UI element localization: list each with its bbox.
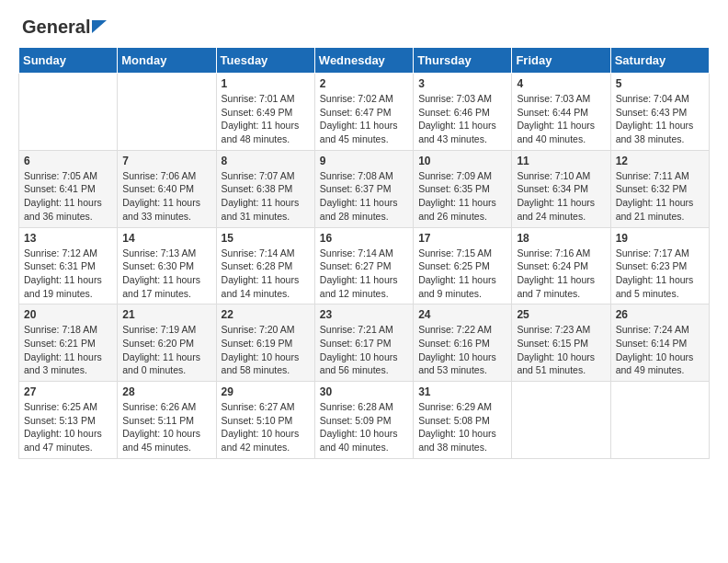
cell-content: Sunrise: 7:05 AMSunset: 6:41 PMDaylight:… [24, 169, 112, 224]
cell-content: Sunrise: 7:20 AMSunset: 6:19 PMDaylight:… [222, 323, 310, 377]
day-number: 4 [517, 77, 605, 90]
day-number: 23 [320, 308, 408, 321]
day-number: 21 [122, 308, 210, 321]
calendar-cell: 23Sunrise: 7:21 AMSunset: 6:17 PMDayligh… [314, 304, 413, 382]
cell-content: Sunrise: 7:17 AMSunset: 6:23 PMDaylight:… [616, 247, 704, 301]
day-header-sunday: Sunday [19, 48, 118, 74]
day-number: 26 [616, 308, 704, 321]
cell-content: Sunrise: 6:27 AMSunset: 5:10 PMDaylight:… [222, 400, 310, 454]
calendar-cell: 12Sunrise: 7:11 AMSunset: 6:32 PMDayligh… [610, 150, 709, 227]
svg-marker-0 [92, 20, 107, 33]
day-number: 20 [24, 308, 112, 321]
day-number: 15 [222, 232, 310, 245]
cell-content: Sunrise: 7:11 AMSunset: 6:32 PMDaylight:… [616, 169, 704, 224]
logo: General [22, 17, 107, 38]
day-header-tuesday: Tuesday [216, 48, 314, 74]
calendar-week-1: 6Sunrise: 7:05 AMSunset: 6:41 PMDaylight… [19, 150, 710, 227]
day-header-saturday: Saturday [610, 48, 709, 74]
calendar-cell: 16Sunrise: 7:14 AMSunset: 6:27 PMDayligh… [314, 227, 413, 304]
calendar-cell: 8Sunrise: 7:07 AMSunset: 6:38 PMDaylight… [216, 150, 314, 227]
calendar-cell: 27Sunrise: 6:25 AMSunset: 5:13 PMDayligh… [19, 382, 118, 459]
day-number: 30 [320, 385, 408, 398]
cell-content: Sunrise: 6:29 AMSunset: 5:08 PMDaylight:… [418, 400, 506, 454]
cell-content: Sunrise: 6:26 AMSunset: 5:11 PMDaylight:… [122, 400, 210, 454]
day-number: 1 [222, 77, 310, 90]
calendar-cell: 20Sunrise: 7:18 AMSunset: 6:21 PMDayligh… [19, 304, 118, 382]
day-number: 8 [222, 155, 310, 167]
calendar-week-3: 20Sunrise: 7:18 AMSunset: 6:21 PMDayligh… [19, 304, 710, 382]
calendar-cell: 24Sunrise: 7:22 AMSunset: 6:16 PMDayligh… [414, 304, 512, 382]
cell-content: Sunrise: 7:02 AMSunset: 6:47 PMDaylight:… [320, 92, 408, 146]
calendar-cell: 31Sunrise: 6:29 AMSunset: 5:08 PMDayligh… [414, 382, 512, 459]
cell-content: Sunrise: 7:06 AMSunset: 6:40 PMDaylight:… [122, 169, 210, 224]
day-number: 2 [320, 77, 408, 90]
calendar-cell: 15Sunrise: 7:14 AMSunset: 6:28 PMDayligh… [216, 227, 314, 304]
calendar-cell [610, 382, 709, 459]
day-number: 17 [418, 232, 506, 245]
day-number: 10 [418, 155, 506, 167]
day-header-friday: Friday [512, 48, 610, 74]
calendar-cell [19, 74, 118, 151]
cell-content: Sunrise: 7:21 AMSunset: 6:17 PMDaylight:… [320, 323, 408, 377]
cell-content: Sunrise: 7:01 AMSunset: 6:49 PMDaylight:… [222, 92, 310, 146]
calendar-cell: 9Sunrise: 7:08 AMSunset: 6:37 PMDaylight… [314, 150, 413, 227]
cell-content: Sunrise: 7:16 AMSunset: 6:24 PMDaylight:… [517, 247, 605, 301]
day-number: 29 [222, 385, 310, 398]
calendar-cell: 19Sunrise: 7:17 AMSunset: 6:23 PMDayligh… [610, 227, 709, 304]
calendar-cell: 18Sunrise: 7:16 AMSunset: 6:24 PMDayligh… [512, 227, 610, 304]
day-number: 16 [320, 232, 408, 245]
calendar-cell: 13Sunrise: 7:12 AMSunset: 6:31 PMDayligh… [19, 227, 118, 304]
calendar-cell: 4Sunrise: 7:03 AMSunset: 6:44 PMDaylight… [512, 74, 610, 151]
day-number: 12 [616, 155, 704, 167]
cell-content: Sunrise: 7:18 AMSunset: 6:21 PMDaylight:… [24, 323, 112, 377]
day-number: 13 [24, 232, 112, 245]
calendar-cell: 28Sunrise: 6:26 AMSunset: 5:11 PMDayligh… [118, 382, 216, 459]
cell-content: Sunrise: 6:25 AMSunset: 5:13 PMDaylight:… [24, 400, 112, 454]
day-header-wednesday: Wednesday [314, 48, 413, 74]
cell-content: Sunrise: 7:23 AMSunset: 6:15 PMDaylight:… [517, 323, 605, 377]
cell-content: Sunrise: 7:07 AMSunset: 6:38 PMDaylight:… [222, 169, 310, 224]
calendar-week-4: 27Sunrise: 6:25 AMSunset: 5:13 PMDayligh… [19, 382, 710, 459]
day-number: 3 [418, 77, 506, 90]
cell-content: Sunrise: 7:13 AMSunset: 6:30 PMDaylight:… [122, 247, 210, 301]
cell-content: Sunrise: 7:12 AMSunset: 6:31 PMDaylight:… [24, 247, 112, 301]
cell-content: Sunrise: 7:24 AMSunset: 6:14 PMDaylight:… [616, 323, 704, 377]
calendar-cell: 6Sunrise: 7:05 AMSunset: 6:41 PMDaylight… [19, 150, 118, 227]
cell-content: Sunrise: 7:14 AMSunset: 6:27 PMDaylight:… [320, 247, 408, 301]
calendar-cell: 29Sunrise: 6:27 AMSunset: 5:10 PMDayligh… [216, 382, 314, 459]
cell-content: Sunrise: 6:28 AMSunset: 5:09 PMDaylight:… [320, 400, 408, 454]
day-number: 19 [616, 232, 704, 245]
day-number: 6 [24, 155, 112, 167]
day-number: 24 [418, 308, 506, 321]
day-header-thursday: Thursday [414, 48, 512, 74]
day-number: 31 [418, 385, 506, 398]
cell-content: Sunrise: 7:19 AMSunset: 6:20 PMDaylight:… [122, 323, 210, 377]
calendar-week-0: 1Sunrise: 7:01 AMSunset: 6:49 PMDaylight… [19, 74, 710, 151]
calendar-cell: 14Sunrise: 7:13 AMSunset: 6:30 PMDayligh… [118, 227, 216, 304]
calendar-cell: 11Sunrise: 7:10 AMSunset: 6:34 PMDayligh… [512, 150, 610, 227]
calendar-week-2: 13Sunrise: 7:12 AMSunset: 6:31 PMDayligh… [19, 227, 710, 304]
cell-content: Sunrise: 7:03 AMSunset: 6:44 PMDaylight:… [517, 92, 605, 146]
calendar-cell: 3Sunrise: 7:03 AMSunset: 6:46 PMDaylight… [414, 74, 512, 151]
day-number: 7 [122, 155, 210, 167]
cell-content: Sunrise: 7:03 AMSunset: 6:46 PMDaylight:… [418, 92, 506, 146]
calendar-wrap: SundayMondayTuesdayWednesdayThursdayFrid… [0, 47, 728, 468]
logo-general: General [22, 17, 90, 38]
cell-content: Sunrise: 7:15 AMSunset: 6:25 PMDaylight:… [418, 247, 506, 301]
calendar-cell: 30Sunrise: 6:28 AMSunset: 5:09 PMDayligh… [314, 382, 413, 459]
page-header: General [0, 0, 728, 47]
calendar-cell [512, 382, 610, 459]
cell-content: Sunrise: 7:08 AMSunset: 6:37 PMDaylight:… [320, 169, 408, 224]
day-number: 9 [320, 155, 408, 167]
day-number: 28 [122, 385, 210, 398]
day-number: 5 [616, 77, 704, 90]
day-number: 22 [222, 308, 310, 321]
day-number: 25 [517, 308, 605, 321]
day-header-monday: Monday [118, 48, 216, 74]
calendar-cell: 21Sunrise: 7:19 AMSunset: 6:20 PMDayligh… [118, 304, 216, 382]
calendar-cell: 5Sunrise: 7:04 AMSunset: 6:43 PMDaylight… [610, 74, 709, 151]
cell-content: Sunrise: 7:04 AMSunset: 6:43 PMDaylight:… [616, 92, 704, 146]
day-number: 14 [122, 232, 210, 245]
logo-arrow-icon [92, 20, 107, 37]
cell-content: Sunrise: 7:14 AMSunset: 6:28 PMDaylight:… [222, 247, 310, 301]
